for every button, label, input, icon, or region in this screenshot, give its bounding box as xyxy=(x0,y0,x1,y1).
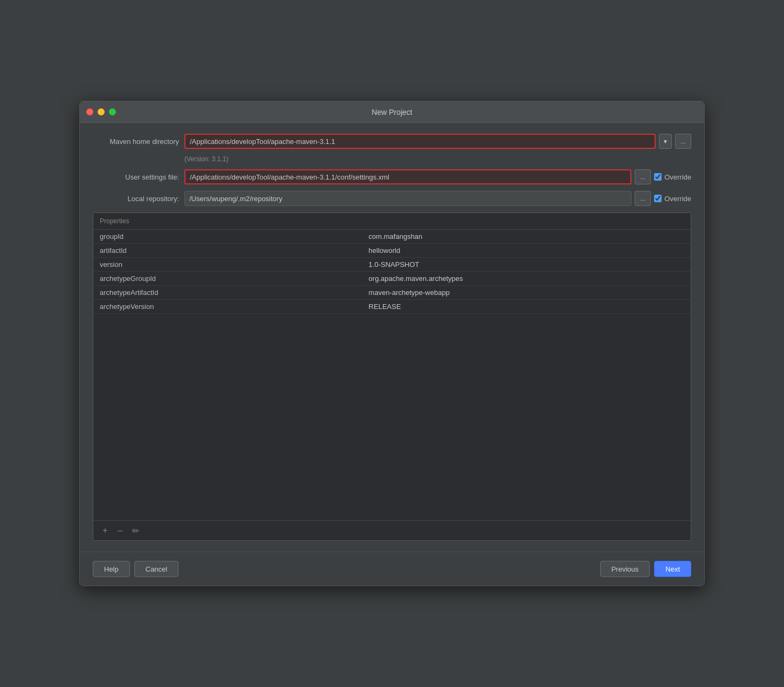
minimize-button[interactable] xyxy=(98,108,105,115)
property-value: 1.0-SNAPSHOT xyxy=(362,258,691,272)
user-settings-label: User settings file: xyxy=(93,173,179,181)
user-settings-field-wrapper: ... Override xyxy=(184,169,691,184)
table-row[interactable]: archetypeVersion RELEASE xyxy=(93,300,691,314)
local-repo-override: Override xyxy=(654,195,691,203)
property-key: artifactId xyxy=(93,244,362,258)
footer-left: Help Cancel xyxy=(93,561,178,577)
local-repo-row: Local repository: ... Override xyxy=(93,191,691,206)
maven-version-text: (Version: 3.1.1) xyxy=(184,155,691,163)
new-project-dialog: New Project Maven home directory ▼ ... (… xyxy=(79,101,705,586)
property-key: archetypeGroupId xyxy=(93,272,362,286)
table-row[interactable]: archetypeArtifactId maven-archetype-weba… xyxy=(93,286,691,300)
local-repo-override-checkbox[interactable] xyxy=(654,195,662,202)
close-button[interactable] xyxy=(86,108,93,115)
user-settings-input[interactable] xyxy=(184,169,631,184)
property-key: version xyxy=(93,258,362,272)
local-repo-label: Local repository: xyxy=(93,195,179,203)
dialog-footer: Help Cancel Previous Next xyxy=(80,552,704,586)
table-row[interactable]: artifactId helloworld xyxy=(93,244,691,258)
maven-home-browse-button[interactable]: ... xyxy=(675,134,691,149)
add-property-button[interactable]: + xyxy=(99,524,112,537)
help-button[interactable]: Help xyxy=(93,561,130,577)
properties-section: Properties groupId com.mafangshan artifa… xyxy=(93,212,691,541)
maven-home-row: Maven home directory ▼ ... xyxy=(93,134,691,149)
next-button[interactable]: Next xyxy=(654,561,691,577)
edit-property-button[interactable]: ✏ xyxy=(129,524,142,537)
maven-home-input[interactable] xyxy=(184,134,656,149)
footer-right: Previous Next xyxy=(600,561,691,577)
local-repo-browse-button[interactable]: ... xyxy=(635,191,651,206)
property-value: maven-archetype-webapp xyxy=(362,286,691,300)
property-value: org.apache.maven.archetypes xyxy=(362,272,691,286)
user-settings-override: Override xyxy=(654,173,691,181)
remove-property-button[interactable]: – xyxy=(114,524,127,537)
title-bar: New Project xyxy=(80,101,704,123)
property-key: groupId xyxy=(93,230,362,244)
window-controls xyxy=(86,108,116,115)
maven-home-field-wrapper: ▼ ... xyxy=(184,134,691,149)
user-settings-browse-button[interactable]: ... xyxy=(635,169,651,184)
dialog-title: New Project xyxy=(372,108,412,116)
table-row[interactable]: archetypeGroupId org.apache.maven.archet… xyxy=(93,272,691,286)
local-repo-input[interactable] xyxy=(184,191,631,206)
properties-title: Properties xyxy=(93,213,691,230)
user-settings-override-checkbox[interactable] xyxy=(654,173,662,181)
maximize-button[interactable] xyxy=(109,108,116,115)
maven-home-label: Maven home directory xyxy=(93,138,179,146)
property-value: RELEASE xyxy=(362,300,691,314)
maven-home-dropdown[interactable]: ▼ xyxy=(659,134,672,149)
property-key: archetypeVersion xyxy=(93,300,362,314)
dialog-body: Maven home directory ▼ ... (Version: 3.1… xyxy=(80,123,704,552)
cancel-button[interactable]: Cancel xyxy=(134,561,178,577)
properties-table: groupId com.mafangshan artifactId hellow… xyxy=(93,230,691,520)
table-row[interactable]: groupId com.mafangshan xyxy=(93,230,691,244)
property-key: archetypeArtifactId xyxy=(93,286,362,300)
table-row[interactable]: version 1.0-SNAPSHOT xyxy=(93,258,691,272)
property-value: helloworld xyxy=(362,244,691,258)
user-settings-row: User settings file: ... Override xyxy=(93,169,691,184)
user-settings-override-label: Override xyxy=(664,173,691,181)
properties-toolbar: + – ✏ xyxy=(93,520,691,540)
property-value: com.mafangshan xyxy=(362,230,691,244)
local-repo-override-label: Override xyxy=(664,195,691,203)
previous-button[interactable]: Previous xyxy=(600,561,650,577)
local-repo-field-wrapper: ... Override xyxy=(184,191,691,206)
